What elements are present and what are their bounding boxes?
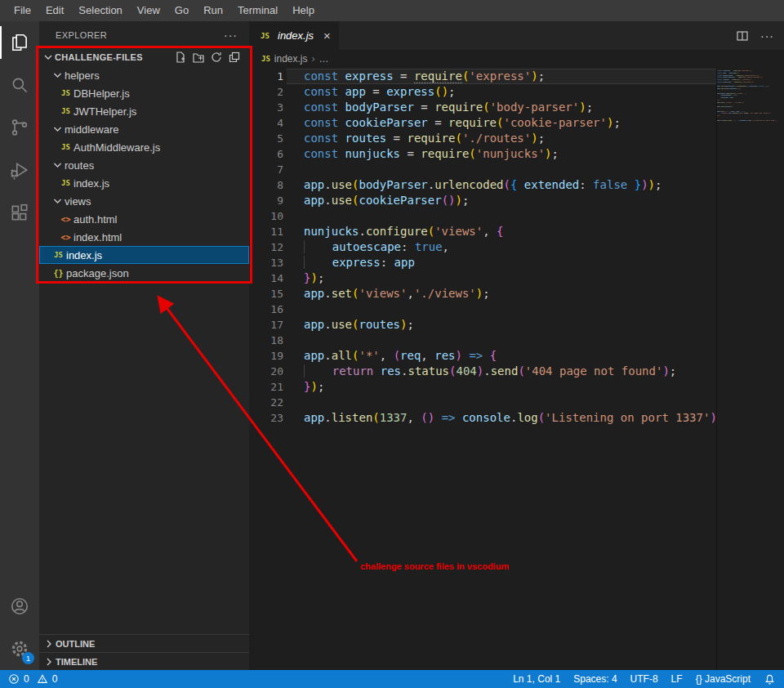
code-line-19[interactable]: app.all('*', (req, res) => { bbox=[304, 348, 716, 364]
status--javascript[interactable]: {} JavaScript bbox=[689, 673, 757, 685]
js-file-icon: JS bbox=[58, 89, 74, 97]
sidebar-more-actions-icon[interactable]: ··· bbox=[224, 29, 238, 42]
status-lf[interactable]: LF bbox=[665, 673, 689, 685]
line-number: 4 bbox=[249, 115, 287, 131]
error-count: 0 bbox=[24, 673, 29, 685]
json-file-icon: {} bbox=[51, 269, 66, 278]
line-number: 19 bbox=[249, 348, 287, 364]
menu-go[interactable]: Go bbox=[167, 0, 196, 21]
js-file-icon: JS bbox=[51, 251, 66, 259]
account-icon[interactable] bbox=[0, 585, 39, 628]
code-line-18[interactable] bbox=[304, 333, 716, 348]
new-folder-icon[interactable] bbox=[192, 51, 205, 64]
overview-ruler bbox=[779, 68, 784, 670]
bell-icon[interactable] bbox=[764, 673, 776, 686]
search-icon[interactable] bbox=[0, 64, 39, 106]
code-line-15[interactable]: app.set('views','./views'); bbox=[304, 286, 716, 302]
explorer-icon[interactable] bbox=[0, 21, 39, 64]
file-label: middleware bbox=[65, 123, 118, 136]
code-line-10[interactable] bbox=[304, 208, 716, 224]
line-number: 17 bbox=[249, 317, 287, 333]
menu-selection[interactable]: Selection bbox=[71, 0, 129, 21]
menu-view[interactable]: View bbox=[130, 0, 167, 21]
menu-run[interactable]: Run bbox=[196, 0, 230, 21]
file-label: helpers bbox=[65, 69, 100, 82]
code-line-17[interactable]: app.use(routes); bbox=[304, 317, 716, 333]
collapse-all-icon[interactable] bbox=[228, 51, 241, 64]
code-line-23[interactable]: app.listen(1337, () => console.log('List… bbox=[304, 410, 716, 426]
section-challenge-files[interactable]: CHALLENGE-FILES bbox=[39, 48, 249, 66]
source-control-icon[interactable] bbox=[0, 106, 39, 149]
code-line-4[interactable]: const cookieParser = require('cookie-par… bbox=[304, 115, 716, 131]
code-line-12[interactable]: autoescape: true, bbox=[304, 239, 716, 255]
outline-section[interactable]: OUTLINE bbox=[39, 634, 249, 652]
status-spaces-4[interactable]: Spaces: 4 bbox=[567, 673, 623, 685]
file-package-json[interactable]: {}package.json bbox=[39, 264, 249, 282]
code-line-21[interactable]: }); bbox=[304, 379, 716, 395]
menu-edit[interactable]: Edit bbox=[38, 0, 71, 21]
line-number: 1 bbox=[249, 69, 287, 84]
file-auth-html[interactable]: <>auth.html bbox=[39, 210, 249, 228]
vscodium-window: FileEditSelectionViewGoRunTerminalHelp bbox=[0, 0, 784, 688]
minimap-line: return res.status(404).send('404 page no… bbox=[717, 112, 779, 114]
line-number: 3 bbox=[249, 100, 287, 115]
breadcrumb[interactable]: JS index.js › … bbox=[249, 50, 784, 68]
file-label: DBHelper.js bbox=[74, 87, 130, 100]
refresh-icon[interactable] bbox=[210, 51, 223, 64]
minimap-content: const express = require('express');const… bbox=[717, 69, 779, 121]
chevron-down-icon bbox=[42, 51, 55, 64]
extensions-icon[interactable] bbox=[0, 191, 39, 234]
code-line-20[interactable]: return res.status(404).send('404 page no… bbox=[304, 364, 716, 379]
folder-routes[interactable]: routes bbox=[39, 156, 249, 174]
settings-gear-icon[interactable]: 1 bbox=[0, 628, 39, 670]
file-index-js[interactable]: JSindex.js bbox=[39, 246, 249, 264]
minimap[interactable]: const express = require('express');const… bbox=[716, 68, 779, 670]
code-line-1[interactable]: const express = require('express'); bbox=[287, 69, 716, 84]
code-line-5[interactable]: const routes = require('./routes'); bbox=[304, 131, 716, 146]
code-editor[interactable]: const express = require('express');const… bbox=[287, 68, 716, 670]
person-circle-icon bbox=[9, 596, 30, 617]
code-line-3[interactable]: const bodyParser = require('body-parser'… bbox=[304, 100, 716, 115]
code-line-9[interactable]: app.use(cookieParser()); bbox=[304, 193, 716, 208]
code-line-16[interactable] bbox=[304, 302, 716, 317]
chevron-right-icon bbox=[42, 655, 56, 668]
breadcrumb-symbol[interactable]: … bbox=[319, 53, 329, 65]
code-line-13[interactable]: express: app bbox=[304, 255, 716, 270]
extensions-squares-icon bbox=[9, 202, 30, 223]
menu-help[interactable]: Help bbox=[285, 0, 322, 21]
tab-index-js[interactable]: JS index.js × bbox=[249, 21, 339, 50]
code-line-2[interactable]: const app = express(); bbox=[304, 84, 716, 100]
code-line-6[interactable]: const nunjucks = require('nunjucks'); bbox=[304, 146, 716, 162]
file-authmiddleware-js[interactable]: JSAuthMiddleware.js bbox=[39, 138, 249, 156]
file-jwthelper-js[interactable]: JSJWTHelper.js bbox=[39, 102, 249, 120]
timeline-section[interactable]: TIMELINE bbox=[39, 652, 249, 670]
run-debug-icon[interactable] bbox=[0, 149, 39, 191]
status-utf-8[interactable]: UTF-8 bbox=[624, 673, 665, 685]
html-file-icon: <> bbox=[58, 233, 74, 242]
code-line-7[interactable] bbox=[304, 162, 716, 177]
folder-views[interactable]: views bbox=[39, 192, 249, 210]
file-index-html[interactable]: <>index.html bbox=[39, 228, 249, 246]
code-line-8[interactable]: app.use(bodyParser.urlencoded({ extended… bbox=[304, 177, 716, 193]
new-file-icon[interactable] bbox=[174, 51, 187, 64]
git-branch-icon bbox=[9, 117, 30, 138]
folder-helpers[interactable]: helpers bbox=[39, 66, 249, 84]
code-line-11[interactable]: nunjucks.configure('views', { bbox=[304, 224, 716, 239]
editor-more-actions-icon[interactable]: ··· bbox=[760, 29, 774, 42]
split-editor-icon[interactable] bbox=[736, 29, 749, 42]
breadcrumb-file[interactable]: index.js bbox=[274, 53, 308, 65]
line-number: 21 bbox=[249, 379, 287, 395]
code-line-22[interactable] bbox=[304, 395, 716, 410]
status-ln-1-col-1[interactable]: Ln 1, Col 1 bbox=[506, 673, 567, 685]
file-dbhelper-js[interactable]: JSDBHelper.js bbox=[39, 84, 249, 102]
file-index-js[interactable]: JSindex.js bbox=[39, 174, 249, 192]
line-number: 20 bbox=[249, 364, 287, 379]
code-line-14[interactable]: }); bbox=[304, 270, 716, 286]
menu-file[interactable]: File bbox=[7, 0, 38, 21]
tab-close-icon[interactable]: × bbox=[323, 29, 331, 42]
js-file-icon: JS bbox=[58, 143, 74, 151]
html-file-icon: <> bbox=[58, 215, 74, 224]
problems-status[interactable]: 0 0 bbox=[8, 673, 60, 685]
menu-terminal[interactable]: Terminal bbox=[230, 0, 285, 21]
folder-middleware[interactable]: middleware bbox=[39, 120, 249, 138]
